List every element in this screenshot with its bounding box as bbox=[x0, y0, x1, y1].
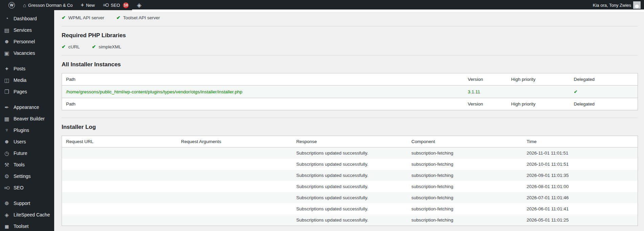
sidebar-item-services[interactable]: ▤ Services bbox=[0, 24, 54, 36]
log-request-arguments bbox=[177, 147, 292, 159]
php-libraries-title: Required PHP Libraries bbox=[62, 32, 638, 39]
log-table-row: Subscriptions updated successfully. subs… bbox=[62, 159, 638, 170]
toolset-api-server-check: ✔ Toolset API server bbox=[116, 15, 160, 20]
sidebar-item-dashboard[interactable]: ◔ Dashboard bbox=[0, 13, 54, 24]
dashboard-icon: ◔ bbox=[3, 16, 10, 22]
installer-high-priority-value bbox=[507, 86, 570, 98]
sidebar-item-future[interactable]: ◷ Future bbox=[0, 147, 54, 159]
log-component: subscription-fetching bbox=[407, 147, 522, 159]
log-component: subscription-fetching bbox=[407, 192, 522, 203]
site-name-link[interactable]: ⌂ Gresson Dorman & Co bbox=[19, 0, 77, 10]
column-header-high-priority: High priority bbox=[507, 73, 570, 86]
sidebar-item-vacancies[interactable]: ▣ Vacancies bbox=[0, 47, 54, 59]
admin-bar: W ⌂ Gresson Dorman & Co + New ≡O SEO 10 … bbox=[0, 0, 644, 10]
paintbrush-icon: ✒ bbox=[3, 104, 10, 111]
log-request-arguments bbox=[177, 214, 292, 226]
installer-instances-title: All Installer Instances bbox=[62, 61, 638, 68]
pushpin-icon: ✦ bbox=[3, 66, 10, 72]
people-icon: ☻ bbox=[3, 39, 10, 45]
sidebar-item-posts[interactable]: ✦ Posts bbox=[0, 63, 54, 74]
sidebar-item-beaver-builder[interactable]: ▦ Beaver Builder bbox=[0, 113, 54, 124]
log-request-arguments bbox=[177, 159, 292, 170]
log-response: Subscriptions updated successfully. bbox=[292, 159, 407, 170]
wordpress-menu-button[interactable]: W bbox=[5, 0, 19, 10]
column-footer-high-priority: High priority bbox=[507, 98, 570, 110]
table-header-row: Request URL Request Arguments Response C… bbox=[62, 136, 638, 147]
log-time: 2026-10-01 11:01:51 bbox=[522, 159, 638, 170]
check-label: WPML API server bbox=[68, 15, 104, 20]
sidebar-item-litespeed-cache[interactable]: ◈ LiteSpeed Cache bbox=[0, 209, 54, 221]
log-time: 2026-11-01 11:01:51 bbox=[522, 147, 638, 159]
delegated-check-icon: ✔ bbox=[570, 86, 638, 98]
log-time: 2026-06-01 11:01:41 bbox=[522, 203, 638, 214]
column-header-path: Path bbox=[62, 73, 464, 86]
simplexml-check: ✔ simpleXML bbox=[92, 44, 122, 49]
wrench-icon: ⚒ bbox=[3, 162, 10, 168]
column-footer-path: Path bbox=[62, 98, 464, 110]
sidebar-item-tools[interactable]: ⚒ Tools bbox=[0, 159, 54, 170]
check-label: cURL bbox=[68, 44, 80, 49]
log-table-row: Subscriptions updated successfully. subs… bbox=[62, 170, 638, 181]
sidebar-item-settings[interactable]: ⚙ Settings bbox=[0, 170, 54, 182]
menu-group-custom: ◔ Dashboard ▤ Services ☻ Personnel ▣ Vac… bbox=[0, 13, 54, 59]
log-table-row: Subscriptions updated successfully. subs… bbox=[62, 192, 638, 203]
sidebar-item-label: Toolset bbox=[14, 224, 28, 229]
new-content-button[interactable]: + New bbox=[77, 0, 99, 10]
home-icon: ⌂ bbox=[23, 3, 26, 8]
plus-icon: + bbox=[81, 2, 84, 8]
sidebar-item-seo[interactable]: ≡O SEO bbox=[0, 182, 54, 193]
table-row: /home/gressons/public_html/wp-content/pl… bbox=[62, 86, 638, 98]
sidebar-item-media[interactable]: ◫ Media bbox=[0, 74, 54, 86]
sidebar-item-support[interactable]: ☸ Support bbox=[0, 198, 54, 209]
sidebar-item-label: Vacancies bbox=[14, 50, 35, 56]
check-icon: ✔ bbox=[62, 15, 66, 20]
sidebar-item-label: Plugins bbox=[14, 128, 29, 133]
check-icon: ✔ bbox=[92, 44, 96, 49]
account-greeting-label: Kia ora, Tony Zwies bbox=[593, 3, 631, 8]
sidebar-item-users[interactable]: ☻ Users bbox=[0, 136, 54, 147]
sidebar-item-plugins[interactable]: ♆ Plugins bbox=[0, 124, 54, 136]
log-component: subscription-fetching bbox=[407, 170, 522, 181]
notice-strip bbox=[132, 9, 644, 12]
sidebar-item-label: Media bbox=[14, 77, 26, 83]
log-request-arguments bbox=[177, 203, 292, 214]
sidebar-item-toolset[interactable]: ◼ Toolset bbox=[0, 221, 54, 231]
main-content: ✔ WPML API server ✔ Toolset API server R… bbox=[54, 10, 644, 226]
camera-icon: ◫ bbox=[3, 77, 10, 84]
new-label: New bbox=[86, 3, 95, 8]
column-header-component: Component bbox=[407, 136, 522, 147]
seo-icon: ≡O bbox=[103, 2, 109, 8]
column-header-request-arguments: Request Arguments bbox=[177, 136, 292, 147]
toolbox-icon: ◼ bbox=[3, 223, 10, 230]
log-component: subscription-fetching bbox=[407, 203, 522, 214]
check-icon: ✔ bbox=[62, 44, 66, 49]
column-header-time: Time bbox=[522, 136, 638, 147]
column-header-response: Response bbox=[292, 136, 407, 147]
log-response: Subscriptions updated successfully. bbox=[292, 192, 407, 203]
account-menu-button[interactable]: Kia ora, Tony Zwies ☻ bbox=[589, 0, 641, 10]
log-time: 2026-05-01 11:01:25 bbox=[522, 214, 638, 226]
log-table-row: Subscriptions updated successfully. subs… bbox=[62, 203, 638, 214]
sidebar-item-label: Settings bbox=[14, 174, 31, 179]
sidebar-item-personnel[interactable]: ☻ Personnel bbox=[0, 36, 54, 47]
column-header-request-url: Request URL bbox=[62, 136, 177, 147]
log-response: Subscriptions updated successfully. bbox=[292, 147, 407, 159]
api-server-checks: ✔ WPML API server ✔ Toolset API server bbox=[62, 15, 638, 20]
sidebar-item-label: Beaver Builder bbox=[14, 116, 45, 121]
seo-notification-badge: 10 bbox=[123, 2, 129, 8]
sidebar-item-label: Pages bbox=[14, 89, 27, 94]
installer-log-title: Installer Log bbox=[62, 124, 638, 131]
curl-check: ✔ cURL bbox=[62, 44, 80, 49]
site-name-label: Gresson Dorman & Co bbox=[28, 3, 73, 8]
seo-menu-button[interactable]: ≡O SEO 10 bbox=[99, 0, 133, 10]
installer-path-value: /home/gressons/public_html/wp-content/pl… bbox=[62, 86, 464, 98]
sidebar-item-pages[interactable]: ❐ Pages bbox=[0, 86, 54, 97]
sidebar-item-label: Appearance bbox=[14, 105, 39, 110]
log-request-url bbox=[62, 181, 177, 192]
column-header-delegated: Delegated bbox=[570, 73, 638, 86]
log-request-url bbox=[62, 170, 177, 181]
menu-group-plugins: ☸ Support ◈ LiteSpeed Cache ◼ Toolset bbox=[0, 198, 54, 231]
sidebar-item-appearance[interactable]: ✒ Appearance bbox=[0, 101, 54, 113]
litespeed-menu-button[interactable]: ◈ bbox=[133, 0, 145, 10]
section-divider bbox=[62, 118, 638, 118]
